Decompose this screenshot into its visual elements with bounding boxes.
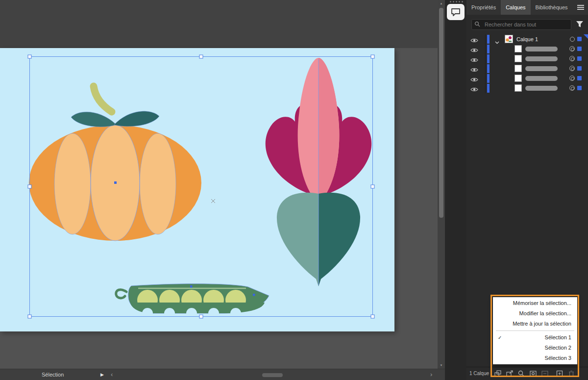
document-status-bar: Sélection ▶ ‹ › [0,369,445,380]
visibility-eye-icon[interactable] [470,46,479,52]
target-circle-icon[interactable] [569,56,575,61]
sublayer-thumbnail[interactable] [514,55,522,62]
comment-button[interactable] [447,4,465,20]
scroll-down-icon[interactable]: ▼ [438,364,445,367]
selection-square-indicator[interactable] [577,86,582,90]
sublayer-thumbnail[interactable] [514,84,522,92]
menu-item-selection-2[interactable]: Sélection 2 [493,343,577,353]
panel-tabbar: PropriétésCalquesBibliothèques [466,0,588,15]
sublayer-name-pill [525,66,558,71]
visibility-eye-icon[interactable] [470,85,479,91]
comment-bubble-icon [450,7,461,17]
tab-bibliotheques[interactable]: Bibliothèques [531,0,573,15]
selection-square-indicator[interactable] [577,47,582,51]
selection-color-bar [487,45,490,53]
selection-square-indicator[interactable] [577,56,582,61]
clipping-mask-icon[interactable] [529,370,537,378]
target-circle-icon[interactable] [569,66,575,71]
selection-context-menu: Mémoriser la sélection... Modifier la sé… [493,297,577,364]
dock-grip [450,1,463,2]
search-row [466,18,588,32]
visibility-eye-icon[interactable] [470,76,479,81]
sublayer-name-pill [525,47,558,51]
sublayer-name-pill [525,76,558,81]
menu-item-modifier[interactable]: Modifier la sélection... [493,308,577,319]
target-circle-icon[interactable] [570,37,575,42]
row-divider [485,44,486,54]
status-play-icon[interactable]: ▶ [100,372,104,377]
active-tool-label: Sélection [42,372,64,378]
locate-object-icon[interactable] [517,370,525,378]
pea-pod-artwork[interactable] [116,284,269,319]
layer-row-sub[interactable] [466,74,588,83]
selection-color-bar [487,84,490,93]
selection-color-bar [487,74,490,83]
new-sublayer-icon[interactable] [541,370,549,378]
layer-list: Calque 1 [466,34,588,93]
visibility-eye-icon[interactable] [470,66,479,72]
layers-panel-footer: 1 Calque [466,367,588,380]
artboard[interactable] [0,48,394,331]
artboard-artwork[interactable] [0,48,394,331]
selection-color-bar [487,64,490,73]
menu-separator [496,330,574,331]
vertical-scrollbar[interactable]: ▲ ▼ [438,0,445,369]
tab-calques[interactable]: Calques [501,0,530,15]
menu-item-mettre-a-jour[interactable]: Mettre à jour la sélection [493,319,577,329]
target-circle-icon[interactable] [569,85,575,91]
new-layer-icon[interactable] [556,370,564,378]
visibility-eye-icon[interactable] [470,56,479,62]
tab-proprietes[interactable]: Propriétés [466,0,501,15]
selected-art-corner-indicator [584,34,588,39]
row-divider [485,64,486,74]
selection-square-indicator[interactable] [577,76,582,80]
sublayer-thumbnail[interactable] [514,65,522,72]
row-divider [485,34,486,44]
canvas-area[interactable]: ▲ ▼ Sélection ▶ ‹ › [0,0,445,369]
export-icon[interactable] [506,370,514,378]
check-icon: ✓ [498,332,502,343]
layer-thumbnail[interactable] [505,35,513,43]
layer-name-label[interactable]: Calque 1 [516,36,538,42]
search-icon [474,21,480,27]
selection-square-indicator[interactable] [577,66,582,71]
target-circle-icon[interactable] [569,76,575,81]
anchor-cross [211,199,215,203]
target-circle-icon[interactable] [569,46,575,51]
beet-artwork[interactable] [266,58,372,286]
panel-dock-strip [445,0,466,380]
sublayer-thumbnail[interactable] [514,45,522,52]
sublayer-name-pill [525,86,558,91]
pumpkin-artwork[interactable] [29,86,201,241]
menu-item-selection-1[interactable]: ✓ Sélection 1 [493,332,577,343]
selection-color-bar [487,54,490,63]
layer-row-sub[interactable] [466,44,588,54]
selection-color-bar [487,35,490,44]
visibility-eye-icon[interactable] [470,36,479,42]
pasteboard-top [0,0,438,48]
layer-count-label: 1 Calque [469,371,489,376]
scroll-up-icon[interactable]: ▲ [438,2,445,5]
panel-menu-icon[interactable] [577,5,584,10]
vertical-scrollbar-thumb[interactable] [439,8,443,218]
row-divider [485,54,486,64]
layer-row-parent[interactable]: Calque 1 [466,34,588,44]
menu-item-memoriser[interactable]: Mémoriser la sélection... [493,298,577,308]
search-input[interactable] [471,19,571,30]
sublayer-name-pill [525,56,558,61]
filter-icon[interactable] [576,21,584,28]
layer-row-sub[interactable] [466,64,588,74]
row-divider [485,74,486,83]
delete-layer-icon[interactable] [567,370,575,378]
layer-row-sub[interactable] [466,54,588,64]
horizontal-scrollbar-thumb[interactable] [262,373,283,377]
row-divider [485,83,486,93]
illustrator-window: ▲ ▼ Sélection ▶ ‹ › PropriétésCalquesBib… [0,0,588,380]
layer-row-sub[interactable] [466,83,588,93]
hscroll-right-icon[interactable]: › [430,371,432,378]
collect-for-export-icon[interactable] [494,370,502,378]
menu-item-selection-3[interactable]: Sélection 3 [493,353,577,363]
sublayer-thumbnail[interactable] [514,75,522,82]
hscroll-left-icon[interactable]: ‹ [111,371,113,378]
selection-square-indicator[interactable] [577,37,582,41]
